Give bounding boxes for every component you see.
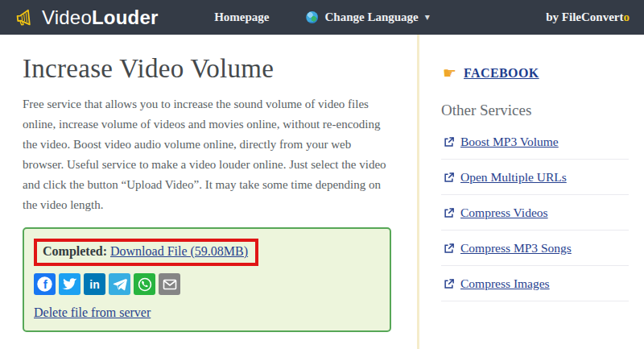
chevron-down-icon: ▾ [425,11,430,23]
download-file-link[interactable]: Download File (59.08MB) [110,244,248,258]
linkedin-in-icon: in [84,273,105,295]
logo[interactable]: VideoLouder [14,6,158,29]
external-link-icon [443,243,455,255]
megaphone-icon [14,6,37,29]
videolouder-page: VideoLouder Homepage Change Language ▾ b… [0,0,644,349]
whatsapp-share-icon[interactable] [134,273,155,295]
service-row-compress-videos: Compress Videos [441,195,629,231]
content: Increase Video Volume Free service that … [0,35,644,349]
logo-word-video: Video [42,6,92,28]
pointing-hand-icon: ☛ [443,65,456,81]
external-link-icon [443,172,455,184]
other-services-heading: Other Services [441,102,630,119]
linkedin-share-icon[interactable]: in [84,273,105,295]
main-column: Increase Video Volume Free service that … [0,35,417,349]
service-description: Free service that allows you to increase… [23,94,393,215]
delete-file-link[interactable]: Delete file from server [34,305,151,320]
change-language-label: Change Language [325,10,419,24]
nav-center: Homepage Change Language ▾ [214,10,430,24]
external-link-icon [443,136,455,148]
other-services-list: Boost MP3 Volume Open Multiple URLs Comp… [441,124,629,301]
completed-label: Completed: [43,244,107,258]
svg-text:in: in [89,278,99,291]
facebook-row: ☛ FACEBOOK [443,65,630,81]
homepage-link[interactable]: Homepage [214,10,269,24]
globe-icon [307,11,319,23]
byline-text: by FileConvert [546,10,623,23]
twitter-share-icon[interactable] [59,273,80,295]
logo-word-louder: Louder [92,6,159,28]
navbar: VideoLouder Homepage Change Language ▾ b… [0,0,644,35]
telegram-plane-icon [112,276,128,293]
telegram-share-icon[interactable] [109,273,130,295]
share-row: f in [34,273,378,295]
email-share-icon[interactable] [159,273,180,295]
external-link-icon [443,207,455,219]
whatsapp-phone-icon [136,276,154,293]
byline: by FileConverto [546,10,630,24]
facebook-page-link[interactable]: FACEBOOK [464,66,539,81]
service-row-open-urls: Open Multiple URLs [441,160,629,195]
open-multiple-urls-link[interactable]: Open Multiple URLs [460,170,567,185]
service-row-compress-images: Compress Images [441,266,629,301]
completed-highlight-box: Completed: Download File (59.08MB) [34,239,258,266]
logo-text: VideoLouder [42,6,158,29]
boost-mp3-volume-link[interactable]: Boost MP3 Volume [460,135,559,149]
page-title: Increase Video Volume [23,54,393,84]
twitter-bird-icon [62,276,77,292]
compress-images-link[interactable]: Compress Images [460,276,550,291]
envelope-icon [160,275,180,294]
compress-mp3-songs-link[interactable]: Compress MP3 Songs [460,241,572,256]
service-row-boost-mp3: Boost MP3 Volume [441,124,629,160]
result-box: Completed: Download File (59.08MB) f [23,227,391,332]
service-row-compress-mp3: Compress MP3 Songs [441,231,629,266]
facebook-icon: f [34,273,56,295]
facebook-share-icon[interactable]: f [34,273,56,295]
change-language-dropdown[interactable]: Change Language ▾ [307,10,430,24]
compress-videos-link[interactable]: Compress Videos [460,206,548,220]
external-link-icon [443,278,455,290]
byline-accent: o [624,10,630,23]
sidebar: ☛ FACEBOOK Other Services Boost MP3 Volu… [417,35,644,349]
